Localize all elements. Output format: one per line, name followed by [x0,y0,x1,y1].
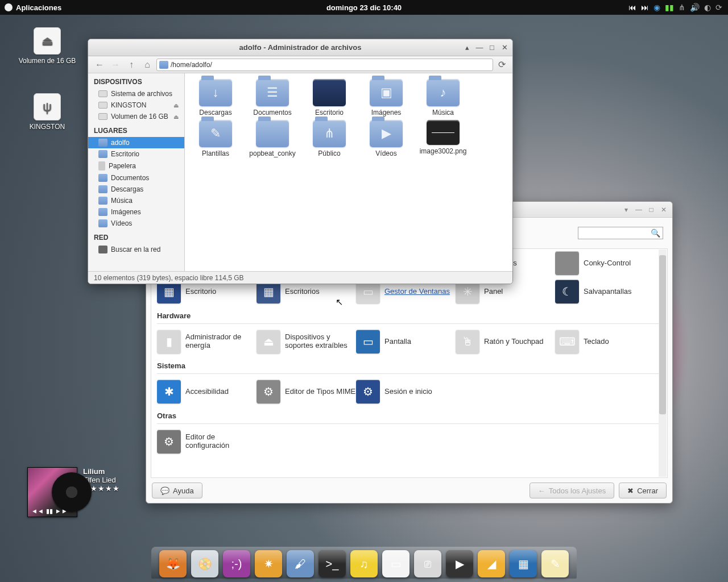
media-next-button[interactable]: ►► [55,508,68,515]
dock-item[interactable]: ▭ [382,550,410,577]
dock-item[interactable]: >_ [318,550,346,577]
settings-scrollbar[interactable] [659,250,667,477]
nav-up-button[interactable]: ↑ [125,59,138,71]
file-item[interactable]: image3002.png [415,120,471,157]
dock-item[interactable]: ⎚ [414,550,441,577]
disk-icon [98,90,107,97]
file-item[interactable]: ⋔Público [301,120,358,157]
file-item[interactable]: ✎Plantillas [187,120,244,157]
eject-icon[interactable]: ⏏ [173,114,179,120]
dock-item[interactable]: ✷ [255,550,282,577]
reload-button[interactable]: ⟳ [495,59,508,71]
settings-item[interactable]: ✱Accesibilidad [157,377,257,406]
maximize-button[interactable]: □ [646,205,656,214]
settings-item[interactable]: ▭Pantalla [356,327,456,356]
settings-item[interactable]: 🖱Ratón y Touchpad [456,327,555,356]
fm-icon-view[interactable]: ↓Descargas☰DocumentosEscritorio▣Imágenes… [185,73,512,271]
media-prev-icon[interactable]: ⏮ [628,3,636,12]
sidebar-item-place[interactable]: Escritorio [88,148,184,160]
fm-minimize-button[interactable]: — [474,43,485,53]
sidebar-item-device[interactable]: Sistema de archivos [88,88,184,99]
fm-close-button[interactable]: ✕ [499,43,510,53]
sidebar-item-place[interactable]: Descargas [88,184,184,195]
volume-icon[interactable]: 🔊 [690,3,700,12]
sidebar-item-place[interactable]: adolfo [88,137,184,148]
file-item[interactable]: ♪Música [415,79,471,117]
dock-item[interactable]: ▦ [510,550,537,577]
sidebar-item-place[interactable]: Documentos [88,172,184,184]
settings-item[interactable]: ⏏Dispositivos y soportes extraíbles [257,327,356,356]
applications-menu[interactable]: Aplicaciones [0,3,66,12]
dock-item[interactable]: ◢ [478,550,505,577]
sidebar-item-device[interactable]: Volumen de 16 GB⏏ [88,111,184,122]
dock-item[interactable]: 📀 [191,550,218,577]
settings-item[interactable]: ☾Salvapantallas [555,277,655,306]
settings-item[interactable]: ⌨Teclado [555,327,655,356]
updates-icon[interactable]: ◉ [653,3,660,12]
network-icon[interactable]: ⋔ [679,3,685,12]
fm-titlebar[interactable]: adolfo - Administrador de archivos ▴ — □… [88,39,512,56]
dock-item[interactable]: ;-) [223,550,250,577]
dock-item[interactable]: ♫ [350,550,378,577]
help-button[interactable]: 💬Ayuda [152,483,202,498]
dock-item[interactable]: 🦊 [159,550,187,577]
album-art[interactable]: ◄◄ ▮▮ ►► [27,467,77,517]
desktop-icon-kingston[interactable]: ψ KINGSTON [16,93,78,131]
sidebar-item-network-browse[interactable]: Buscar en la red [88,244,184,255]
file-item[interactable]: Escritorio [301,79,358,117]
sidebar-head-places: LUGARES [88,122,184,137]
sidebar-item-place[interactable]: Papelera [88,160,184,172]
location-text[interactable]: /home/adolfo/ [171,61,490,69]
dock-item[interactable]: 🖌 [287,550,314,577]
nav-home-button[interactable]: ⌂ [140,59,154,71]
fm-menu-button[interactable]: ▴ [461,43,473,53]
minimize-button[interactable]: — [634,205,644,214]
clock[interactable]: domingo 23 dic 10:40 [326,3,402,12]
sidebar-item-place[interactable]: Imágenes [88,206,184,218]
media-next-icon[interactable]: ⏭ [641,3,649,12]
nav-back-button[interactable]: ← [93,59,106,71]
category-hardware: Hardware [157,306,661,324]
file-item[interactable]: ▶Vídeos [358,120,415,157]
settings-item-label: Teclado [584,337,609,346]
eject-icon[interactable]: ⏏ [173,102,179,109]
dock-item[interactable]: ✎ [541,550,569,577]
settings-item-label: Dispositivos y soportes extraíbles [285,332,348,350]
sidebar-item-place[interactable]: Vídeos [88,218,184,229]
file-item[interactable]: ↓Descargas [187,79,244,117]
sidebar-item-device[interactable]: KINGSTON⏏ [88,99,184,111]
all-settings-button[interactable]: ←Todos los Ajustes [530,483,614,498]
file-item[interactable]: popbeat_conky [244,120,301,157]
media-prev-button[interactable]: ◄◄ [31,508,44,515]
settings-item-label[interactable]: Gestor de Ventanas [384,287,450,296]
settings-search-input[interactable]: 🔍 [578,227,663,239]
settings-item[interactable]: Conky-Control [555,249,655,277]
settings-item-icon: ⌨ [555,330,579,354]
file-item[interactable]: ▣Imágenes [358,79,415,117]
power-icon[interactable]: ⟳ [715,3,722,12]
settings-item[interactable]: ⚙Sesión e inicio [356,377,456,406]
settings-item-icon: ▮ [157,330,181,354]
settings-item[interactable]: ⚙Editor de Tipos MIME [257,377,356,406]
media-play-button[interactable]: ▮▮ [46,508,53,515]
nav-forward-button[interactable]: → [109,59,122,71]
file-item[interactable]: ☰Documentos [244,79,301,117]
battery-icon[interactable]: ▮▮ [665,3,674,12]
fm-maximize-button[interactable]: □ [486,43,498,53]
folder-icon [313,79,346,106]
sidebar-item-place[interactable]: Música [88,195,184,206]
dock-item-icon: >_ [326,558,339,571]
close-settings-button[interactable]: ✖Cerrar [619,483,667,498]
settings-item[interactable]: ⚙Editor de configuración [157,427,257,456]
dock-item[interactable]: ▶ [446,550,473,577]
desktop-icon-volume[interactable]: ⏏ Volumen de 16 GB [16,27,78,65]
location-bar[interactable]: /home/adolfo/ [156,59,493,71]
user-icon[interactable]: ◐ [704,3,711,12]
window-menu-button[interactable]: ▾ [621,205,631,214]
search-icon: 🔍 [651,228,660,238]
folder-icon [98,174,107,182]
close-button[interactable]: ✕ [659,205,669,214]
settings-item[interactable]: ▮Administrador de energía [157,327,257,356]
settings-item-icon: ☾ [555,280,579,304]
scrollbar-thumb[interactable] [659,255,666,414]
